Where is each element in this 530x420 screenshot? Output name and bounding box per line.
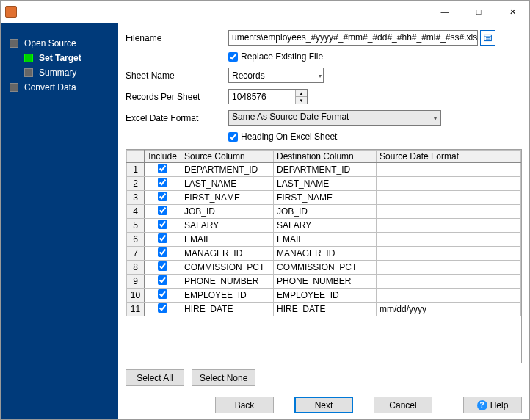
source-column-cell[interactable]: HIRE_DATE	[181, 303, 274, 316]
include-checkbox[interactable]	[158, 289, 167, 299]
include-cell[interactable]	[145, 191, 181, 205]
table-row[interactable]: 11HIRE_DATEHIRE_DATEmm/dd/yyyy	[127, 303, 521, 316]
row-number[interactable]: 7	[127, 247, 145, 261]
include-checkbox[interactable]	[158, 192, 167, 201]
include-cell[interactable]	[145, 247, 181, 261]
heading-on-sheet-checkbox[interactable]	[228, 132, 238, 142]
dest-column-cell[interactable]: EMPLOYEE_ID	[274, 289, 377, 303]
dest-column-cell[interactable]: SALARY	[274, 219, 377, 233]
next-button[interactable]: Next	[294, 397, 353, 413]
include-cell[interactable]	[145, 303, 181, 316]
source-column-cell[interactable]: DEPARTMENT_ID	[181, 163, 274, 177]
row-number[interactable]: 10	[127, 289, 145, 303]
table-row[interactable]: 3FIRST_NAMEFIRST_NAME	[127, 191, 521, 205]
date-format-cell[interactable]: mm/dd/yyyy	[377, 303, 521, 316]
spinner-down-icon[interactable]: ▼	[296, 97, 307, 104]
dest-column-cell[interactable]: COMMISSION_PCT	[274, 261, 377, 275]
dest-column-cell[interactable]: DEPARTMENT_ID	[274, 163, 377, 177]
row-number[interactable]: 8	[127, 261, 145, 275]
date-format-cell[interactable]	[377, 163, 521, 177]
dest-column-cell[interactable]: LAST_NAME	[274, 177, 377, 191]
include-checkbox[interactable]	[158, 220, 167, 229]
dest-column-cell[interactable]: FIRST_NAME	[274, 191, 377, 205]
source-column-cell[interactable]: FIRST_NAME	[181, 191, 274, 205]
select-all-button[interactable]: Select All	[126, 369, 184, 386]
cancel-button[interactable]: Cancel	[374, 397, 432, 413]
row-number[interactable]: 2	[127, 177, 145, 191]
records-spinner[interactable]: ▲ ▼	[295, 90, 307, 104]
date-format-cell[interactable]	[377, 289, 521, 303]
nav-convert-data[interactable]: Convert Data	[1, 80, 118, 95]
source-column-cell[interactable]: SALARY	[181, 219, 274, 233]
maximize-button[interactable]: □	[462, 1, 495, 23]
include-cell[interactable]	[145, 205, 181, 219]
table-row[interactable]: 8COMMISSION_PCTCOMMISSION_PCT	[127, 261, 521, 275]
row-number[interactable]: 1	[127, 163, 145, 177]
table-corner[interactable]	[127, 151, 145, 163]
row-number[interactable]: 4	[127, 205, 145, 219]
columns-table-wrap[interactable]: Include Source Column Destination Column…	[126, 149, 522, 363]
include-cell[interactable]	[145, 233, 181, 247]
row-number[interactable]: 5	[127, 219, 145, 233]
minimize-button[interactable]: —	[428, 1, 462, 23]
source-column-cell[interactable]: LAST_NAME	[181, 177, 274, 191]
nav-set-target[interactable]: Set Target	[1, 51, 118, 65]
row-number[interactable]: 9	[127, 275, 145, 289]
include-cell[interactable]	[145, 177, 181, 191]
col-header-include[interactable]: Include	[145, 151, 181, 163]
include-checkbox[interactable]	[158, 233, 167, 243]
row-number[interactable]: 6	[127, 233, 145, 247]
date-format-cell[interactable]	[377, 177, 521, 191]
help-button[interactable]: ? Help	[463, 397, 522, 413]
col-header-dest[interactable]: Destination Column	[274, 151, 377, 163]
date-format-cell[interactable]	[377, 191, 521, 205]
date-format-cell[interactable]	[377, 275, 521, 289]
replace-existing-checkbox[interactable]	[228, 52, 238, 62]
date-format-cell[interactable]	[377, 205, 521, 219]
table-row[interactable]: 10EMPLOYEE_IDEMPLOYEE_ID	[127, 289, 521, 303]
include-checkbox[interactable]	[158, 164, 167, 173]
include-cell[interactable]	[145, 163, 181, 177]
include-checkbox[interactable]	[158, 275, 167, 285]
source-column-cell[interactable]: JOB_ID	[181, 205, 274, 219]
select-none-button[interactable]: Select None	[192, 369, 255, 386]
dest-column-cell[interactable]: PHONE_NUMBER	[274, 275, 377, 289]
include-cell[interactable]	[145, 261, 181, 275]
source-column-cell[interactable]: EMAIL	[181, 233, 274, 247]
include-checkbox[interactable]	[158, 261, 167, 271]
back-button[interactable]: Back	[215, 397, 274, 413]
spinner-up-icon[interactable]: ▲	[296, 90, 307, 97]
include-checkbox[interactable]	[158, 206, 167, 215]
row-number[interactable]: 3	[127, 191, 145, 205]
include-checkbox[interactable]	[158, 178, 167, 187]
date-format-select[interactable]: Same As Source Date Format	[228, 110, 441, 126]
include-cell[interactable]	[145, 275, 181, 289]
col-header-source[interactable]: Source Column	[181, 151, 274, 163]
col-header-dateformat[interactable]: Source Date Format	[377, 151, 521, 163]
date-format-cell[interactable]	[377, 219, 521, 233]
include-cell[interactable]	[145, 289, 181, 303]
table-row[interactable]: 6EMAILEMAIL	[127, 233, 521, 247]
nav-summary[interactable]: Summary	[1, 65, 118, 80]
browse-button[interactable]	[480, 30, 495, 46]
table-row[interactable]: 9PHONE_NUMBERPHONE_NUMBER	[127, 275, 521, 289]
include-checkbox[interactable]	[158, 247, 167, 257]
filename-input[interactable]: uments\employees_#yyyy#_#mm#_#dd#_#hh#_#…	[228, 30, 478, 46]
source-column-cell[interactable]: MANAGER_ID	[181, 247, 274, 261]
source-column-cell[interactable]: COMMISSION_PCT	[181, 261, 274, 275]
close-button[interactable]: ✕	[495, 1, 529, 23]
dest-column-cell[interactable]: JOB_ID	[274, 205, 377, 219]
source-column-cell[interactable]: EMPLOYEE_ID	[181, 289, 274, 303]
table-row[interactable]: 5SALARYSALARY	[127, 219, 521, 233]
include-cell[interactable]	[145, 219, 181, 233]
table-row[interactable]: 1DEPARTMENT_IDDEPARTMENT_ID	[127, 163, 521, 177]
table-row[interactable]: 2LAST_NAMELAST_NAME	[127, 177, 521, 191]
table-row[interactable]: 4JOB_IDJOB_ID	[127, 205, 521, 219]
row-number[interactable]: 11	[127, 303, 145, 316]
dest-column-cell[interactable]: EMAIL	[274, 233, 377, 247]
dest-column-cell[interactable]: HIRE_DATE	[274, 303, 377, 316]
date-format-cell[interactable]	[377, 247, 521, 261]
table-row[interactable]: 7MANAGER_IDMANAGER_ID	[127, 247, 521, 261]
include-checkbox[interactable]	[158, 303, 167, 313]
nav-open-source[interactable]: Open Source	[1, 36, 118, 51]
